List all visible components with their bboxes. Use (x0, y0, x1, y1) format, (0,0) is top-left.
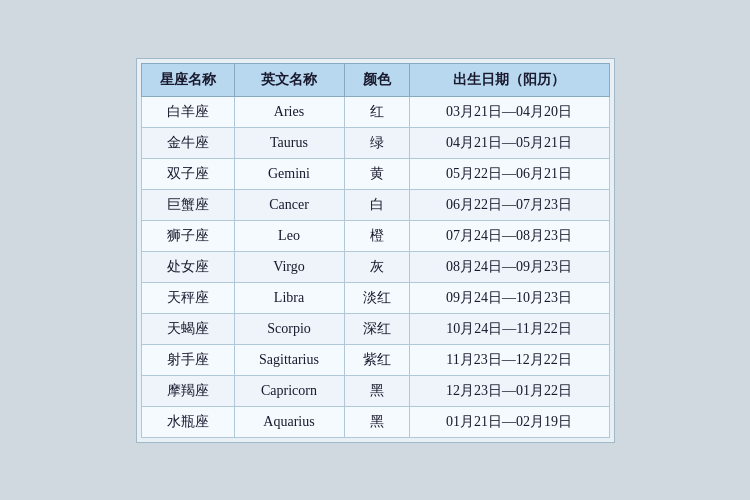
table-row: 天蝎座Scorpio深红10月24日—11月22日 (141, 313, 609, 344)
cell-chinese-name: 白羊座 (141, 96, 234, 127)
table-row: 处女座Virgo灰08月24日—09月23日 (141, 251, 609, 282)
header-color: 颜色 (344, 63, 409, 96)
zodiac-table: 星座名称 英文名称 颜色 出生日期（阳历） 白羊座Aries红03月21日—04… (141, 63, 610, 438)
cell-chinese-name: 处女座 (141, 251, 234, 282)
cell-english-name: Capricorn (234, 375, 344, 406)
table-row: 双子座Gemini黄05月22日—06月21日 (141, 158, 609, 189)
cell-chinese-name: 射手座 (141, 344, 234, 375)
cell-color: 黑 (344, 375, 409, 406)
cell-color: 绿 (344, 127, 409, 158)
cell-color: 白 (344, 189, 409, 220)
table-row: 天秤座Libra淡红09月24日—10月23日 (141, 282, 609, 313)
cell-color: 黑 (344, 406, 409, 437)
cell-chinese-name: 天蝎座 (141, 313, 234, 344)
cell-birth-date: 11月23日—12月22日 (409, 344, 609, 375)
cell-color: 红 (344, 96, 409, 127)
cell-birth-date: 09月24日—10月23日 (409, 282, 609, 313)
cell-color: 深红 (344, 313, 409, 344)
cell-chinese-name: 狮子座 (141, 220, 234, 251)
header-birth-date: 出生日期（阳历） (409, 63, 609, 96)
cell-chinese-name: 摩羯座 (141, 375, 234, 406)
cell-chinese-name: 巨蟹座 (141, 189, 234, 220)
table-row: 射手座Sagittarius紫红11月23日—12月22日 (141, 344, 609, 375)
cell-color: 黄 (344, 158, 409, 189)
table-row: 狮子座Leo橙07月24日—08月23日 (141, 220, 609, 251)
cell-birth-date: 05月22日—06月21日 (409, 158, 609, 189)
cell-birth-date: 06月22日—07月23日 (409, 189, 609, 220)
cell-color: 灰 (344, 251, 409, 282)
cell-birth-date: 10月24日—11月22日 (409, 313, 609, 344)
cell-color: 淡红 (344, 282, 409, 313)
cell-birth-date: 01月21日—02月19日 (409, 406, 609, 437)
cell-color: 橙 (344, 220, 409, 251)
header-english-name: 英文名称 (234, 63, 344, 96)
cell-chinese-name: 金牛座 (141, 127, 234, 158)
table-row: 水瓶座Aquarius黑01月21日—02月19日 (141, 406, 609, 437)
table-row: 白羊座Aries红03月21日—04月20日 (141, 96, 609, 127)
cell-birth-date: 12月23日—01月22日 (409, 375, 609, 406)
cell-english-name: Taurus (234, 127, 344, 158)
table-row: 金牛座Taurus绿04月21日—05月21日 (141, 127, 609, 158)
cell-english-name: Sagittarius (234, 344, 344, 375)
header-chinese-name: 星座名称 (141, 63, 234, 96)
cell-english-name: Aries (234, 96, 344, 127)
table-header-row: 星座名称 英文名称 颜色 出生日期（阳历） (141, 63, 609, 96)
cell-english-name: Aquarius (234, 406, 344, 437)
cell-birth-date: 07月24日—08月23日 (409, 220, 609, 251)
cell-english-name: Cancer (234, 189, 344, 220)
cell-english-name: Virgo (234, 251, 344, 282)
cell-birth-date: 08月24日—09月23日 (409, 251, 609, 282)
cell-english-name: Leo (234, 220, 344, 251)
cell-english-name: Libra (234, 282, 344, 313)
cell-birth-date: 04月21日—05月21日 (409, 127, 609, 158)
cell-chinese-name: 水瓶座 (141, 406, 234, 437)
cell-color: 紫红 (344, 344, 409, 375)
cell-english-name: Scorpio (234, 313, 344, 344)
zodiac-table-container: 星座名称 英文名称 颜色 出生日期（阳历） 白羊座Aries红03月21日—04… (136, 58, 615, 443)
cell-chinese-name: 天秤座 (141, 282, 234, 313)
table-row: 巨蟹座Cancer白06月22日—07月23日 (141, 189, 609, 220)
cell-chinese-name: 双子座 (141, 158, 234, 189)
cell-english-name: Gemini (234, 158, 344, 189)
table-row: 摩羯座Capricorn黑12月23日—01月22日 (141, 375, 609, 406)
cell-birth-date: 03月21日—04月20日 (409, 96, 609, 127)
